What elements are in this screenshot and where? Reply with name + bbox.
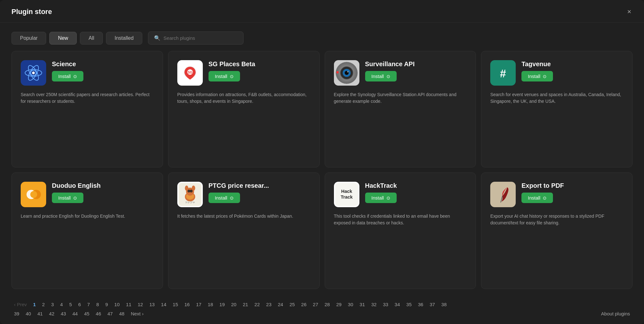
page-30[interactable]: 30 (345, 300, 356, 308)
search-input[interactable] (164, 35, 237, 41)
page-11[interactable]: 11 (124, 300, 134, 308)
page-14[interactable]: 14 (159, 300, 169, 308)
tab-popular[interactable]: Popular (11, 32, 46, 45)
page-32[interactable]: 32 (369, 300, 379, 308)
page-3[interactable]: 3 (49, 300, 56, 308)
plugin-icon-ptcg: トレジャ (177, 182, 203, 207)
page-26[interactable]: 26 (299, 300, 309, 308)
plugin-desc-ptcg: It fetches the latest prices of Pokémon … (177, 213, 310, 220)
install-button-tagvenue[interactable]: Install ⊙ (521, 71, 553, 81)
page-38[interactable]: 38 (439, 300, 449, 308)
plugin-name-exportpdf: Export to PDF (521, 182, 564, 189)
page-1[interactable]: 1 (31, 300, 38, 308)
svg-point-19 (30, 191, 37, 198)
plugin-desc-exportpdf: Export your AI chat history or responses… (490, 213, 623, 226)
page-44[interactable]: 44 (70, 310, 80, 318)
plugin-card-tagvenue: # Tagvenue Install ⊙ Search for event ve… (481, 51, 633, 167)
page-31[interactable]: 31 (357, 300, 368, 308)
plugin-desc-duoduo: Learn and practice English for Duolingo … (21, 213, 154, 220)
plugin-icon-exportpdf (490, 182, 516, 207)
install-icon-tagvenue: ⊙ (543, 74, 547, 79)
next-button[interactable]: Next › (128, 310, 146, 318)
svg-point-25 (190, 190, 193, 193)
page-43[interactable]: 43 (58, 310, 69, 318)
page-25[interactable]: 25 (287, 300, 297, 308)
page-27[interactable]: 27 (310, 300, 321, 308)
plugin-card-hacktrack: Hack Track HackTrack Install ⊙ This tool… (325, 173, 476, 289)
svg-rect-32 (492, 183, 514, 206)
page-28[interactable]: 28 (322, 300, 332, 308)
page-13[interactable]: 13 (147, 300, 157, 308)
tab-new[interactable]: New (49, 32, 77, 45)
plugin-icon-tagvenue: # (490, 60, 516, 86)
page-40[interactable]: 40 (23, 310, 34, 318)
page-37[interactable]: 37 (427, 300, 438, 308)
page-48[interactable]: 48 (117, 310, 127, 318)
page-45[interactable]: 45 (81, 310, 92, 318)
page-15[interactable]: 15 (170, 300, 181, 308)
page-12[interactable]: 12 (135, 300, 145, 308)
page-33[interactable]: 33 (380, 300, 391, 308)
page-47[interactable]: 47 (105, 310, 116, 318)
svg-point-26 (185, 186, 188, 191)
plugin-card-sgplaces: SG SG Places Beta Install ⊙ Provides inf… (168, 51, 320, 167)
plugin-desc-surveillance: Explore the Synology Surveillance Statio… (334, 91, 467, 105)
plugin-desc-sgplaces: Provides information on attractions, F&B… (177, 91, 310, 105)
modal-title: Plugin store (11, 8, 52, 16)
plugin-icon-surveillance (334, 60, 359, 86)
page-18[interactable]: 18 (205, 300, 216, 308)
install-button-hacktrack[interactable]: Install ⊙ (365, 193, 397, 203)
page-6[interactable]: 6 (76, 300, 83, 308)
svg-point-27 (192, 186, 195, 191)
page-46[interactable]: 46 (93, 310, 104, 318)
page-21[interactable]: 21 (240, 300, 251, 308)
page-36[interactable]: 36 (415, 300, 426, 308)
modal-header: Plugin store × (0, 0, 644, 23)
install-icon-sgplaces: ⊙ (230, 74, 234, 79)
svg-text:Track: Track (341, 194, 353, 200)
prev-button[interactable]: ‹ Prev (11, 300, 29, 308)
close-button[interactable]: × (626, 7, 633, 17)
svg-text:SG: SG (188, 70, 192, 74)
page-16[interactable]: 16 (182, 300, 192, 308)
plugin-desc-hacktrack: This tool checks if credentials linked t… (334, 213, 467, 226)
page-39[interactable]: 39 (11, 310, 22, 318)
install-button-surveillance[interactable]: Install ⊙ (365, 71, 397, 81)
page-34[interactable]: 34 (392, 300, 403, 308)
about-plugins-link[interactable]: About plugins (598, 310, 633, 318)
page-41[interactable]: 41 (35, 310, 45, 318)
page-5[interactable]: 5 (67, 300, 74, 308)
page-35[interactable]: 35 (404, 300, 414, 308)
pagination: ‹ Prev 1 2 3 4 5 6 7 8 9 10 11 12 13 14 … (0, 295, 644, 324)
search-icon: 🔍 (154, 35, 160, 41)
page-24[interactable]: 24 (275, 300, 286, 308)
page-10[interactable]: 10 (112, 300, 122, 308)
install-button-exportpdf[interactable]: Install ⊙ (521, 193, 553, 203)
plugins-grid: Science Install ⊙ Search over 250M scien… (0, 51, 644, 295)
page-9[interactable]: 9 (103, 300, 110, 308)
page-20[interactable]: 20 (229, 300, 239, 308)
page-22[interactable]: 22 (252, 300, 262, 308)
page-42[interactable]: 42 (46, 310, 57, 318)
plugin-icon-duoduo (21, 182, 46, 207)
page-29[interactable]: 29 (334, 300, 344, 308)
install-button-science[interactable]: Install ⊙ (52, 71, 83, 81)
plugin-icon-hacktrack: Hack Track (334, 182, 359, 207)
page-4[interactable]: 4 (58, 300, 65, 308)
page-19[interactable]: 19 (217, 300, 227, 308)
page-23[interactable]: 23 (264, 300, 274, 308)
plugin-icon-sgplaces: SG (177, 60, 203, 86)
page-2[interactable]: 2 (39, 300, 47, 308)
install-button-ptcg[interactable]: Install ⊙ (209, 193, 240, 203)
install-button-sgplaces[interactable]: Install ⊙ (209, 71, 240, 81)
page-8[interactable]: 8 (94, 300, 101, 308)
plugin-card-ptcg: トレジャ PTCG price resear... Install ⊙ It f… (168, 173, 320, 289)
tab-all[interactable]: All (80, 32, 103, 45)
tab-installed[interactable]: Installed (106, 32, 142, 45)
svg-text:Hack: Hack (341, 189, 352, 194)
install-icon-hacktrack: ⊙ (386, 195, 390, 201)
plugin-card-exportpdf: Export to PDF Install ⊙ Export your AI c… (481, 173, 633, 289)
page-17[interactable]: 17 (194, 300, 204, 308)
install-button-duoduo[interactable]: Install ⊙ (52, 193, 83, 203)
page-7[interactable]: 7 (85, 300, 92, 308)
